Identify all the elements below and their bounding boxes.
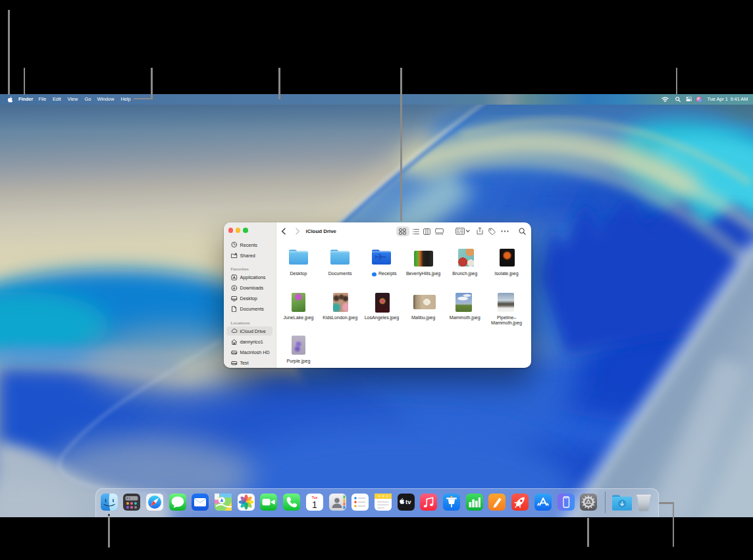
svg-text:1: 1 [312, 499, 317, 510]
svg-text:tv: tv [405, 498, 411, 505]
